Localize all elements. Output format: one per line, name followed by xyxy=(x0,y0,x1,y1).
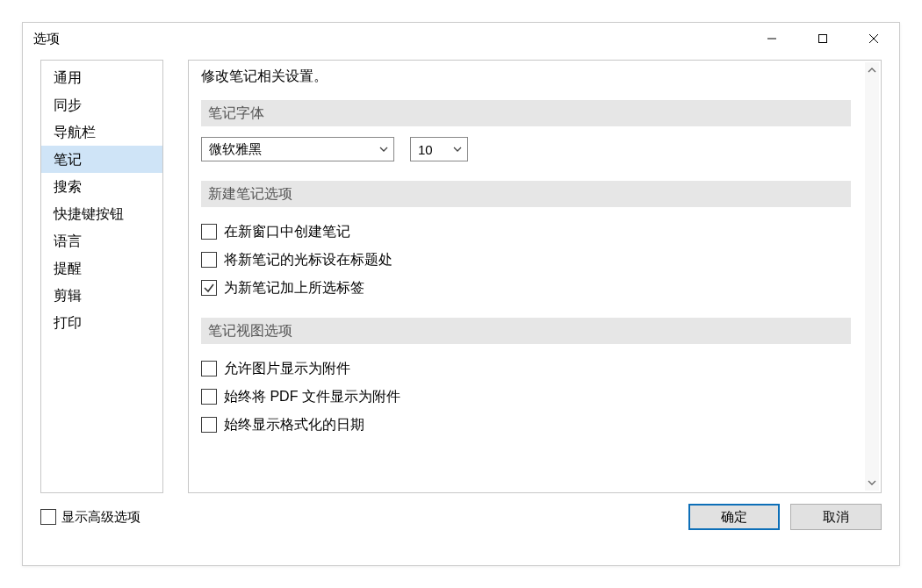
checkbox-label: 允许图片显示为附件 xyxy=(224,355,350,383)
settings-panel: 修改笔记相关设置。 笔记字体 微软雅黑 10 新建笔记选项 xyxy=(188,60,882,493)
advanced-options-label: 显示高级选项 xyxy=(61,509,140,526)
category-sidebar: 通用 同步 导航栏 笔记 搜索 快捷键按钮 语言 提醒 剪辑 打印 xyxy=(40,60,163,493)
window-controls xyxy=(746,23,899,54)
ok-button[interactable]: 确定 xyxy=(688,504,780,530)
sidebar-item-reminder[interactable]: 提醒 xyxy=(41,255,162,282)
checkbox-label: 始终将 PDF 文件显示为附件 xyxy=(224,383,400,411)
checkbox-row[interactable]: 始终显示格式化的日期 xyxy=(201,411,851,439)
chevron-down-icon xyxy=(453,145,462,154)
checkbox-row[interactable]: 在新窗口中创建笔记 xyxy=(201,218,851,246)
close-icon xyxy=(868,33,879,44)
sidebar-item-search[interactable]: 搜索 xyxy=(41,173,162,200)
font-family-select[interactable]: 微软雅黑 xyxy=(201,137,394,161)
minimize-button[interactable] xyxy=(746,23,797,54)
section-header-font: 笔记字体 xyxy=(201,100,851,126)
maximize-icon xyxy=(818,33,828,44)
close-button[interactable] xyxy=(848,23,899,54)
sidebar-item-general[interactable]: 通用 xyxy=(41,64,162,91)
sidebar-item-clip[interactable]: 剪辑 xyxy=(41,282,162,309)
checkbox[interactable] xyxy=(201,389,217,405)
titlebar: 选项 xyxy=(23,23,899,54)
advanced-options-checkbox[interactable]: 显示高级选项 xyxy=(40,509,140,526)
checkbox-row[interactable]: 将新笔记的光标设在标题处 xyxy=(201,246,851,274)
minimize-icon xyxy=(767,33,777,44)
sidebar-item-navbar[interactable]: 导航栏 xyxy=(41,118,162,146)
checkbox-row[interactable]: 为新笔记加上所选标签 xyxy=(201,274,851,302)
scroll-down-icon[interactable] xyxy=(865,475,879,491)
checkbox[interactable] xyxy=(201,280,217,296)
checkbox-label: 始终显示格式化的日期 xyxy=(224,411,364,439)
vertical-scrollbar[interactable] xyxy=(865,62,879,491)
checkbox[interactable] xyxy=(201,224,217,240)
font-size-value: 10 xyxy=(418,142,433,157)
checkbox-row[interactable]: 始终将 PDF 文件显示为附件 xyxy=(201,383,851,411)
sidebar-item-language[interactable]: 语言 xyxy=(41,227,162,255)
sidebar-item-sync[interactable]: 同步 xyxy=(41,91,162,118)
checkbox-label: 在新窗口中创建笔记 xyxy=(224,218,350,246)
panel-description: 修改笔记相关设置。 xyxy=(201,68,851,86)
sidebar-item-print[interactable]: 打印 xyxy=(41,309,162,336)
maximize-button[interactable] xyxy=(797,23,848,54)
checkbox[interactable] xyxy=(40,509,56,525)
checkbox-label: 将新笔记的光标设在标题处 xyxy=(224,246,393,274)
font-family-value: 微软雅黑 xyxy=(209,141,262,158)
checkbox[interactable] xyxy=(201,361,217,376)
checkbox[interactable] xyxy=(201,252,217,268)
sidebar-item-shortcut[interactable]: 快捷键按钮 xyxy=(41,200,162,227)
font-size-select[interactable]: 10 xyxy=(410,137,468,161)
section-header-newnote: 新建笔记选项 xyxy=(201,181,851,207)
sidebar-item-note[interactable]: 笔记 xyxy=(41,146,162,173)
check-icon xyxy=(203,282,215,294)
checkbox-label: 为新笔记加上所选标签 xyxy=(224,274,364,302)
window-title: 选项 xyxy=(33,31,60,47)
checkbox-row[interactable]: 允许图片显示为附件 xyxy=(201,355,851,383)
svg-rect-1 xyxy=(819,35,827,43)
cancel-button[interactable]: 取消 xyxy=(790,504,882,530)
scroll-up-icon[interactable] xyxy=(865,62,879,78)
checkbox[interactable] xyxy=(201,417,217,433)
chevron-down-icon xyxy=(379,145,388,154)
section-header-view: 笔记视图选项 xyxy=(201,318,851,344)
options-dialog: 选项 通用 同步 导航栏 笔记 搜索 快捷键按钮 语言 提醒 xyxy=(22,22,900,566)
